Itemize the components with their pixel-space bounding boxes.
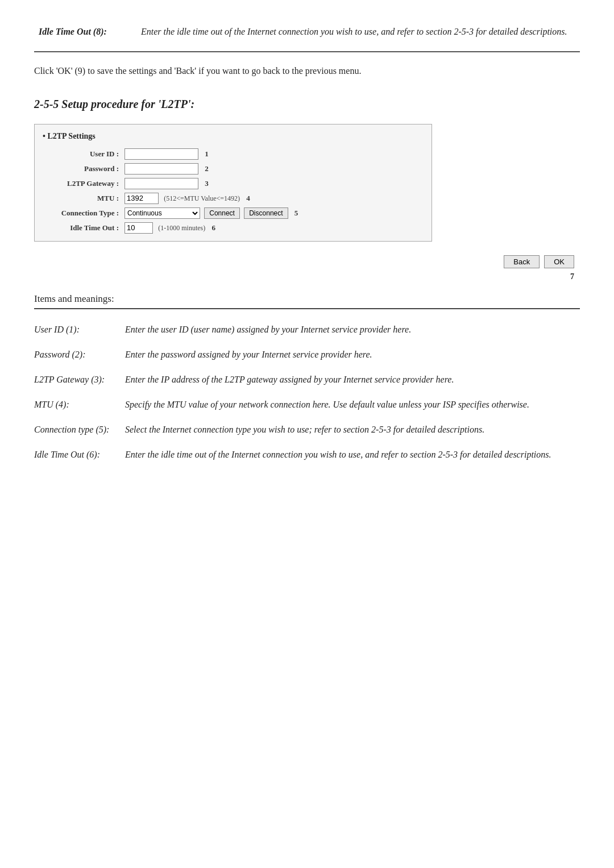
connection-type-cell: Continuous Connect on Demand Manual Conn… [122,206,424,221]
items-divider [34,308,580,309]
password-label: Password : [43,161,122,176]
gateway-label: L2TP Gateway : [43,176,122,191]
item-label: L2TP Gateway (3): [34,367,125,392]
table-row: Idle Time Out : (1-1000 minutes) 6 [43,221,424,235]
gateway-cell: 3 [122,176,424,191]
l2tp-settings-box: • L2TP Settings User ID : 1 Password : 2… [34,124,432,242]
top-table: Idle Time Out (8): Enter the idle time o… [34,23,580,41]
password-input[interactable] [125,163,198,175]
item-description: Enter the user ID (user name) assigned b… [125,317,580,342]
list-item: Idle Time Out (6):Enter the idle time ou… [34,442,580,467]
connect-button[interactable]: Connect [204,207,240,219]
row-number-3: 3 [205,179,209,188]
row-number-2: 2 [205,164,209,173]
top-label: Idle Time Out (8): [34,23,136,41]
number-7-label: 7 [34,271,580,283]
item-label: User ID (1): [34,317,125,342]
userid-cell: 1 [122,147,424,161]
back-button[interactable]: Back [504,255,540,268]
list-item: MTU (4):Specify the MTU value of your ne… [34,392,580,417]
idle-timeout-input[interactable] [125,222,153,234]
userid-input[interactable] [125,148,198,160]
l2tp-box-title: • L2TP Settings [43,130,424,142]
top-description: Enter the idle time out of the Internet … [136,23,580,41]
l2tp-settings-label: L2TP Settings [47,132,95,140]
idle-timeout-hint: (1-1000 minutes) [158,224,205,232]
mtu-cell: (512<=MTU Value<=1492) 4 [122,191,424,206]
bullet-icon: • [43,132,45,140]
password-cell: 2 [122,161,424,176]
row-number-1: 1 [205,149,209,158]
section-title: 2-5-5 Setup procedure for 'L2TP': [34,95,580,113]
l2tp-form-table: User ID : 1 Password : 2 L2TP Gateway : … [43,147,424,235]
items-table: User ID (1):Enter the user ID (user name… [34,317,580,467]
gateway-input[interactable] [125,178,198,189]
item-label: MTU (4): [34,392,125,417]
table-row: L2TP Gateway : 3 [43,176,424,191]
item-description: Specify the MTU value of your network co… [125,392,580,417]
mtu-input[interactable] [125,193,159,204]
table-row: User ID : 1 [43,147,424,161]
item-description: Enter the idle time out of the Internet … [125,442,580,467]
userid-label: User ID : [43,147,122,161]
table-row: MTU : (512<=MTU Value<=1492) 4 [43,191,424,206]
item-description: Enter the password assigned by your Inte… [125,342,580,367]
list-item: User ID (1):Enter the user ID (user name… [34,317,580,342]
item-description: Select the Internet connection type you … [125,417,580,442]
row-number-6: 6 [212,223,216,232]
item-label: Idle Time Out (6): [34,442,125,467]
connection-type-label: Connection Type : [43,206,122,221]
mtu-label: MTU : [43,191,122,206]
list-item: Password (2):Enter the password assigned… [34,342,580,367]
item-label: Connection type (5): [34,417,125,442]
item-label: Password (2): [34,342,125,367]
list-item: L2TP Gateway (3):Enter the IP address of… [34,367,580,392]
table-row: Password : 2 [43,161,424,176]
connection-type-select[interactable]: Continuous Connect on Demand Manual [125,207,200,219]
ok-button[interactable]: OK [544,255,574,268]
row-number-4: 4 [246,194,250,202]
idle-timeout-label: Idle Time Out : [43,221,122,235]
list-item: Connection type (5):Select the Internet … [34,417,580,442]
table-row: Connection Type : Continuous Connect on … [43,206,424,221]
action-buttons-row: Back OK [34,255,580,268]
click-ok-text: Click 'OK' (9) to save the settings and … [34,64,580,78]
mtu-hint: (512<=MTU Value<=1492) [164,194,240,202]
row-number-5: 5 [294,209,298,217]
idle-timeout-cell: (1-1000 minutes) 6 [122,221,424,235]
top-divider [34,51,580,52]
disconnect-button[interactable]: Disconnect [244,207,288,219]
items-heading: Items and meanings: [34,292,580,306]
item-description: Enter the IP address of the L2TP gateway… [125,367,580,392]
